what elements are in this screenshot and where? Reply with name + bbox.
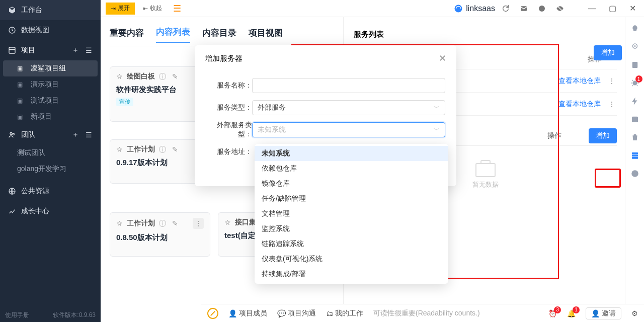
layout-icon	[8, 46, 16, 54]
edit-icon[interactable]: ✎	[172, 219, 178, 227]
dropdown-option[interactable]: 监控系统	[255, 221, 448, 236]
trash-icon[interactable]	[629, 132, 640, 143]
dropdown-option[interactable]: 任务/缺陷管理	[255, 191, 448, 206]
sb-notify[interactable]: 🔔1	[567, 309, 576, 317]
star-icon[interactable]: ☆	[224, 218, 231, 226]
card-more-icon[interactable]: ⋮	[193, 218, 204, 229]
close-icon[interactable]: ✕	[439, 53, 446, 64]
sidebar-team-1[interactable]: golang开发学习	[0, 161, 101, 177]
star-icon[interactable]: ☆	[116, 145, 123, 153]
edit-icon[interactable]: ✎	[172, 145, 178, 153]
svg-rect-13	[632, 117, 638, 122]
left-sidebar: 工作台 数据视图 项目 ＋ ☰ ▣凌鲨项目组 ▣演示项目 ▣测试项目 ▣新项目 …	[0, 0, 101, 322]
invite-button[interactable]: 👤 邀请	[586, 307, 621, 319]
panel-title: 服务列表	[354, 24, 617, 44]
plus-icon[interactable]: ＋	[71, 46, 79, 54]
tab-content-toc[interactable]: 内容目录	[202, 27, 236, 43]
dropdown-option[interactable]: 链路追踪系统	[255, 236, 448, 252]
view-local-repo-link[interactable]: 查看本地仓库	[558, 100, 601, 109]
sidebar-project-0[interactable]: ▣凌鲨项目组	[3, 60, 98, 76]
service-name-input[interactable]	[252, 78, 445, 93]
sidebar-project-2[interactable]: ▣测试项目	[0, 93, 101, 109]
sidebar-project-1[interactable]: ▣演示项目	[0, 76, 101, 93]
view-local-repo-link[interactable]: 查看本地仓库	[558, 76, 601, 86]
sb-members[interactable]: 👤 项目成员	[228, 309, 267, 318]
info-icon[interactable]: i	[159, 73, 166, 80]
pin-icon[interactable]	[629, 41, 640, 52]
col-op: 操作	[547, 131, 561, 140]
block-icon[interactable]	[207, 308, 218, 319]
sidebar-item-growth[interactable]: 成长中心	[0, 201, 101, 221]
modal-title: 增加服务器	[205, 54, 243, 63]
gear-icon[interactable]: ⚙	[631, 309, 638, 317]
row-more-icon[interactable]: ⋮	[607, 77, 617, 85]
face-icon[interactable]	[534, 3, 549, 15]
clock-icon	[8, 26, 16, 34]
dropdown-option[interactable]: 仪表盘(可视化)系统	[255, 252, 448, 267]
sidebar-section-teams[interactable]: 团队 ＋ ☰	[0, 125, 101, 145]
dropdown-option[interactable]: 未知系统	[255, 146, 448, 161]
tab-content-list[interactable]: 内容列表	[156, 26, 190, 43]
bug-icon[interactable]	[629, 77, 640, 89]
bulb-icon[interactable]	[629, 23, 640, 34]
dropdown-option[interactable]: 依赖包仓库	[255, 161, 448, 176]
label: 工作台	[21, 6, 42, 15]
sidebar-project-3[interactable]: ▣新项目	[0, 109, 101, 125]
svg-rect-16	[632, 157, 638, 159]
ext-type-select[interactable]: 未知系统﹀	[252, 122, 445, 137]
list-icon[interactable]: ☰	[85, 131, 93, 139]
tab-project-view[interactable]: 项目视图	[249, 27, 283, 43]
expand-button[interactable]: ⇥ 展开	[106, 3, 135, 15]
edit-icon[interactable]: ✎	[172, 72, 178, 80]
star-icon[interactable]: ☆	[116, 219, 123, 227]
sidebar-item-workbench[interactable]: 工作台	[0, 0, 101, 20]
collapse-button[interactable]: ⇤ 收起	[138, 3, 167, 15]
bolt-icon[interactable]	[629, 96, 640, 107]
server-icon[interactable]	[629, 150, 640, 161]
star-icon[interactable]: ☆	[116, 72, 123, 80]
add-button-ext[interactable]: 增加	[589, 128, 617, 143]
card-plan-0850[interactable]: ☆工作计划i✎⋮ 0.8.50版本计划	[110, 212, 210, 257]
eye-off-icon[interactable]	[552, 3, 568, 15]
tab-important[interactable]: 重要内容	[110, 27, 144, 43]
chevron-down-icon: ﹀	[434, 126, 440, 134]
label: 数据视图	[21, 26, 49, 35]
maximize-button[interactable]: ▢	[604, 3, 621, 15]
dropdown-option[interactable]: 持续集成/部署	[255, 267, 448, 282]
dropdown-option[interactable]: 文档管理	[255, 206, 448, 221]
calendar-icon[interactable]	[629, 114, 640, 125]
sb-chat[interactable]: 💬 项目沟通	[277, 309, 316, 318]
manual-link[interactable]: 使用手册	[5, 311, 29, 319]
sidebar-section-projects[interactable]: 项目 ＋ ☰	[0, 40, 101, 60]
info-icon[interactable]: i	[159, 220, 166, 227]
dropdown-option[interactable]: 镜像仓库	[255, 176, 448, 191]
logo-icon	[454, 4, 463, 13]
sb-alarm[interactable]: ⏰3	[548, 309, 557, 317]
content-tabs: 重要内容 内容列表 内容目录 项目视图	[110, 22, 334, 46]
hamburger-icon[interactable]: ☰	[170, 3, 184, 15]
sidebar-item-dataview[interactable]: 数据视图	[0, 20, 101, 40]
chart-icon	[8, 207, 16, 215]
svg-point-2	[10, 132, 12, 134]
mail-icon[interactable]	[516, 3, 531, 15]
folder-icon: ▣	[17, 81, 23, 88]
info-icon[interactable]: i	[159, 146, 166, 153]
info-icon[interactable]	[629, 168, 640, 179]
label-service-type: 服务类型	[206, 103, 252, 112]
folder-icon: ▣	[17, 65, 23, 72]
doc-icon[interactable]	[629, 59, 640, 70]
minimize-button[interactable]: ―	[584, 3, 601, 15]
globe-icon	[8, 187, 16, 195]
service-type-select[interactable]: 外部服务﹀	[252, 100, 445, 115]
sb-mywork[interactable]: 🗂 我的工作	[326, 309, 363, 318]
close-button[interactable]: ✕	[624, 3, 641, 15]
plus-icon[interactable]: ＋	[71, 131, 79, 139]
list-icon[interactable]: ☰	[85, 46, 93, 54]
cube-icon	[8, 6, 16, 14]
sidebar-team-0[interactable]: 测试团队	[0, 145, 101, 161]
row-more-icon[interactable]: ⋮	[607, 100, 617, 108]
add-button-top[interactable]: 增加	[594, 45, 622, 60]
refresh-icon[interactable]	[498, 3, 513, 15]
svg-point-12	[632, 81, 637, 86]
sidebar-item-public-res[interactable]: 公共资源	[0, 181, 101, 201]
